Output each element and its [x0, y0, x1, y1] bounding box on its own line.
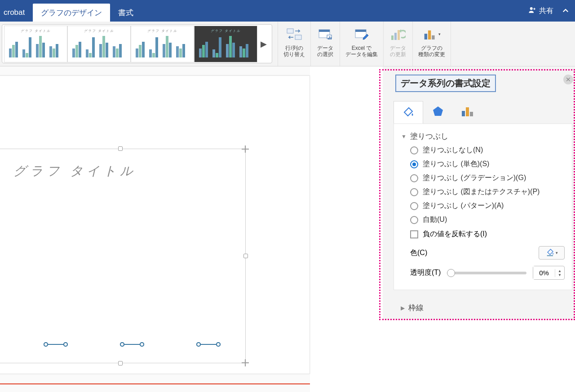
svg-rect-18 [466, 107, 469, 116]
thumb-bars [136, 35, 189, 57]
resize-handle[interactable] [118, 146, 123, 151]
fill-option-label: 塗りつぶしなし(N) [423, 145, 483, 155]
fill-option-label: 塗りつぶし (図またはテクスチャ)(P) [423, 187, 540, 197]
color-row: 色(C) ▾ [401, 242, 565, 261]
svg-rect-6 [328, 38, 329, 40]
fill-option[interactable]: 塗りつぶし (単色)(S) [401, 157, 565, 171]
svg-rect-1 [287, 29, 293, 33]
select-data-label: データ の選択 [317, 45, 333, 58]
thumb-title: グラフ タイトル [195, 29, 257, 33]
svg-point-0 [530, 7, 533, 10]
refresh-label: データ の更新 [390, 45, 406, 58]
resize-handle[interactable] [242, 145, 249, 153]
radio-icon [410, 188, 418, 196]
transparency-slider[interactable] [447, 272, 526, 274]
chart-object[interactable]: グラフ タイトル [0, 149, 246, 363]
transparency-row: 透明度(T) ▲▼ [401, 261, 565, 282]
tab-chart-design[interactable]: グラフのデザイン [33, 4, 110, 22]
annotation-underline [0, 383, 310, 384]
fill-option[interactable]: 塗りつぶし (図またはテクスチャ)(P) [401, 185, 565, 199]
svg-rect-15 [428, 31, 431, 40]
chart-style-gallery: グラフ タイトル グラフ タイトル [2, 24, 272, 63]
chart-style-4[interactable]: グラフ タイトル [194, 26, 257, 62]
thumb-bars [9, 35, 62, 57]
radio-icon [410, 146, 418, 154]
paint-bucket-icon [546, 247, 555, 258]
color-label: 色(C) [410, 248, 427, 258]
switch-row-col-icon [285, 25, 303, 43]
invert-negative-checkbox[interactable]: 負の値を反転する(I) [401, 227, 565, 242]
fill-option[interactable]: 塗りつぶし (グラデーション)(G) [401, 171, 565, 185]
fill-section-header[interactable]: ▼ 塗りつぶし [401, 129, 565, 143]
fill-option-label: 塗りつぶし (パターン)(A) [423, 201, 504, 211]
resize-handle[interactable] [242, 359, 249, 366]
chart-style-2[interactable]: グラフ タイトル [67, 26, 131, 62]
select-data-button[interactable]: データ の選択 [314, 24, 336, 59]
refresh-icon [389, 25, 407, 43]
pane-tab-effects[interactable] [423, 101, 453, 123]
share-label: 共有 [539, 6, 553, 16]
gallery-more-button[interactable]: ▶ [257, 39, 270, 49]
border-section-header[interactable]: ▶ 枠線 [401, 301, 565, 315]
thumb-title: グラフ タイトル [4, 29, 67, 33]
pane-tab-series[interactable] [453, 101, 482, 123]
chart-type-icon: ▾ [423, 25, 441, 43]
share-button[interactable]: 共有 [528, 0, 553, 22]
edit-excel-button[interactable]: Excel で データを編集 [344, 24, 380, 59]
edit-excel-label: Excel で データを編集 [345, 45, 378, 58]
pane-title: データ系列の書式設定 [395, 75, 496, 92]
chart-style-1[interactable]: グラフ タイトル [4, 26, 67, 62]
svg-rect-20 [547, 255, 553, 256]
thumb-title: グラフ タイトル [131, 29, 194, 33]
fill-section-label: 塗りつぶし [410, 131, 448, 141]
spin-up[interactable]: ▲ [555, 269, 564, 273]
switch-row-col-label: 行/列の 切り替え [283, 45, 305, 58]
ribbon-group-type: ▾ グラフの 種類の変更 [413, 22, 451, 66]
resize-handle[interactable] [243, 254, 248, 258]
spinner[interactable]: ▲▼ [555, 269, 564, 277]
invert-negative-label: 負の値を反転する(I) [423, 229, 487, 239]
fill-option[interactable]: 塗りつぶし (パターン)(A) [401, 199, 565, 213]
svg-rect-17 [462, 111, 465, 116]
radio-icon [410, 216, 418, 224]
thumb-bars [72, 35, 126, 57]
chart-plot-area[interactable] [7, 194, 234, 345]
transparency-input[interactable]: ▲▼ [533, 266, 565, 280]
svg-rect-11 [391, 35, 394, 40]
fill-option[interactable]: 自動(U) [401, 213, 565, 227]
thumb-title: グラフ タイトル [68, 29, 130, 33]
chart-style-3[interactable]: グラフ タイトル [131, 26, 194, 62]
pane-tab-fill[interactable] [394, 101, 423, 123]
svg-rect-8 [331, 37, 332, 40]
pane-body: ▼ 塗りつぶし 塗りつぶしなし(N)塗りつぶし (単色)(S)塗りつぶし (グラ… [394, 123, 572, 290]
svg-rect-13 [398, 30, 400, 40]
select-data-icon [316, 25, 334, 43]
slider-knob[interactable] [447, 269, 455, 277]
tab-acrobat[interactable]: crobat [0, 4, 33, 22]
ribbon-group-refresh: データ の更新 [384, 22, 413, 66]
change-chart-type-button[interactable]: ▾ グラフの 種類の変更 [416, 24, 447, 59]
switch-row-col-button[interactable]: 行/列の 切り替え [282, 24, 307, 59]
disclosure-triangle-icon: ▶ [401, 305, 405, 311]
tab-format[interactable]: 書式 [110, 4, 142, 22]
transparency-value[interactable] [533, 266, 555, 279]
bar-chart-icon [461, 106, 474, 119]
svg-rect-10 [355, 30, 366, 32]
thumb-bars [199, 35, 252, 57]
collapse-ribbon-button[interactable] [562, 0, 570, 22]
ribbon-group-excel: Excel で データを編集 [340, 22, 384, 66]
ribbon-group-data: 行/列の 切り替え [278, 22, 311, 66]
fill-color-button[interactable]: ▾ [539, 246, 565, 260]
pane-close-button[interactable]: ✕ [563, 75, 573, 84]
svg-rect-7 [329, 36, 330, 40]
spin-down[interactable]: ▼ [555, 273, 564, 277]
fill-option-label: 塗りつぶし (グラデーション)(G) [423, 173, 526, 183]
chart-title[interactable]: グラフ タイトル [13, 163, 137, 180]
fill-option[interactable]: 塗りつぶしなし(N) [401, 143, 565, 157]
pane-tabs [394, 101, 575, 123]
paint-bucket-icon [402, 105, 415, 120]
svg-rect-14 [425, 34, 427, 40]
resize-handle[interactable] [118, 361, 123, 366]
edit-excel-icon [353, 25, 371, 43]
border-section: ▶ 枠線 [394, 296, 572, 319]
